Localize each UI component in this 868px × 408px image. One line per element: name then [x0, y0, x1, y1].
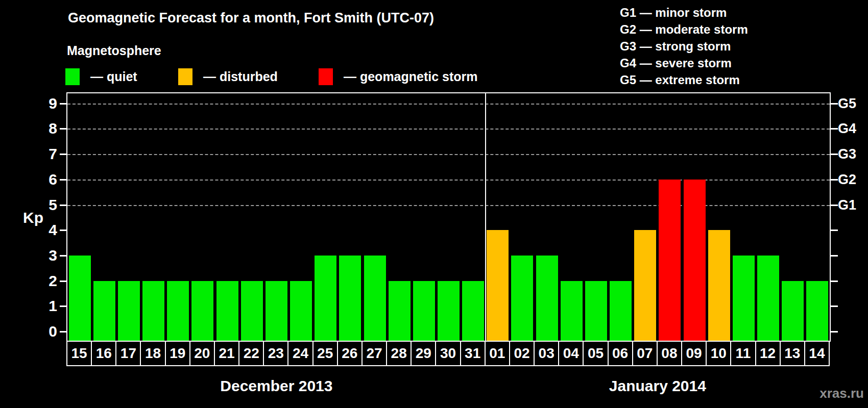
- geomagnetic-forecast-chart: Geomagnetic Forecast for a month, Fort S…: [0, 0, 868, 408]
- y-tick-left-3: [60, 255, 67, 257]
- day-label-14: 14: [804, 341, 830, 366]
- legend-item-label: — disturbed: [203, 69, 278, 84]
- gridline-kp5: [67, 205, 830, 206]
- day-label-25: 25: [312, 341, 338, 366]
- kp-bar-day-27: [364, 256, 386, 341]
- kp-bar-day-18: [142, 281, 164, 341]
- y-tick-label-3: 3: [27, 247, 57, 264]
- g-scale-line-3: G3 — strong storm: [620, 38, 748, 55]
- month-label-january: January 2014: [550, 377, 765, 395]
- kp-bar-day-05: [585, 281, 607, 341]
- day-label-31: 31: [460, 341, 486, 366]
- y-tick-right-5: [831, 205, 838, 206]
- g-scale-line-2: G2 — moderate storm: [620, 21, 748, 38]
- y-tick-left-9: [60, 103, 67, 105]
- kp-bar-day-07: [634, 230, 656, 341]
- kp-bar-day-25: [315, 256, 336, 341]
- y-tick-right-7: [831, 154, 838, 155]
- legend-item-label: — quiet: [90, 69, 137, 84]
- day-label-17: 17: [115, 341, 141, 366]
- y-tick-label-6: 6: [27, 171, 57, 188]
- kp-bar-day-06: [610, 281, 632, 341]
- y-tick-left-7: [60, 154, 67, 155]
- y-tick-right-1: [831, 305, 838, 307]
- day-label-24: 24: [287, 341, 313, 366]
- kp-bar-day-23: [266, 281, 287, 341]
- kp-bar-day-14: [806, 281, 828, 341]
- kp-bar-day-24: [290, 281, 312, 341]
- day-label-23: 23: [263, 341, 288, 366]
- kp-bar-day-11: [733, 256, 755, 341]
- y-tick-label-9: 9: [27, 95, 57, 112]
- y-tick-left-2: [60, 280, 67, 282]
- watermark-xras: xras.ru: [811, 386, 864, 401]
- gridline-kp9: [67, 104, 830, 105]
- y-tick-label-2: 2: [27, 272, 57, 290]
- day-label-30: 30: [435, 341, 461, 366]
- kp-bar-day-28: [389, 281, 411, 341]
- kp-bar-day-17: [118, 281, 140, 341]
- kp-bar-day-04: [561, 281, 583, 341]
- kp-bar-day-19: [167, 281, 189, 341]
- y-tick-left-8: [60, 128, 67, 130]
- day-label-16: 16: [91, 341, 116, 366]
- right-axis-label-g5: G5: [838, 95, 856, 112]
- gridline-kp7: [67, 154, 830, 155]
- y-tick-right-3: [831, 255, 838, 257]
- y-tick-label-8: 8: [27, 120, 57, 137]
- day-label-04: 04: [558, 341, 584, 366]
- legend-heading: Magnetosphere: [67, 43, 161, 58]
- y-tick-right-2: [831, 280, 838, 282]
- y-tick-left-1: [60, 305, 67, 307]
- g-scale-line-4: G4 — severe storm: [620, 55, 748, 71]
- kp-bar-day-20: [191, 281, 213, 341]
- kp-bar-day-15: [69, 256, 91, 341]
- day-label-11: 11: [730, 341, 756, 366]
- kp-bar-day-29: [413, 281, 435, 341]
- y-tick-right-4: [831, 230, 838, 231]
- legend-item-quiet: — quiet: [65, 68, 137, 85]
- day-label-28: 28: [386, 341, 412, 366]
- legend-item-disturbed: — disturbed: [178, 68, 278, 85]
- y-tick-label-0: 0: [27, 323, 57, 340]
- y-tick-left-0: [60, 331, 67, 333]
- storm-swatch-icon: [319, 68, 333, 85]
- day-label-01: 01: [485, 341, 510, 366]
- y-tick-right-9: [831, 103, 838, 105]
- kp-bar-day-08: [659, 180, 681, 341]
- kp-bar-day-16: [93, 281, 115, 341]
- kp-bar-day-30: [438, 281, 460, 341]
- month-divider-line: [485, 93, 486, 341]
- day-label-13: 13: [780, 341, 805, 366]
- legend-item-storm: — geomagnetic storm: [319, 68, 478, 85]
- gridline-kp6: [67, 180, 830, 181]
- y-axis-title: Kp: [20, 209, 46, 226]
- day-label-20: 20: [189, 341, 215, 366]
- kp-bar-day-13: [782, 281, 804, 341]
- legend-item-label: — geomagnetic storm: [344, 69, 478, 84]
- day-label-10: 10: [706, 341, 731, 366]
- plot-area: [66, 92, 831, 342]
- kp-bar-day-02: [511, 256, 533, 341]
- y-tick-right-6: [831, 179, 838, 181]
- day-label-06: 06: [608, 341, 633, 366]
- kp-bar-day-10: [708, 230, 730, 341]
- kp-bar-day-26: [339, 256, 361, 341]
- day-label-18: 18: [140, 341, 165, 366]
- y-tick-label-1: 1: [27, 297, 57, 315]
- y-tick-left-4: [60, 230, 67, 231]
- g-scale-line-5: G5 — extreme storm: [620, 71, 748, 88]
- day-label-02: 02: [509, 341, 535, 366]
- y-tick-label-7: 7: [27, 145, 57, 163]
- right-axis-label-g4: G4: [838, 120, 856, 137]
- y-tick-left-6: [60, 179, 67, 181]
- kp-bar-day-09: [684, 180, 706, 341]
- day-label-29: 29: [411, 341, 436, 366]
- kp-bar-day-31: [462, 281, 484, 341]
- chart-title: Geomagnetic Forecast for a month, Fort S…: [68, 10, 434, 26]
- kp-bar-day-21: [216, 281, 238, 341]
- y-tick-right-0: [831, 331, 838, 333]
- day-label-21: 21: [214, 341, 239, 366]
- g-scale-legend: G1 — minor stormG2 — moderate stormG3 — …: [620, 4, 748, 88]
- right-axis-label-g3: G3: [838, 146, 856, 162]
